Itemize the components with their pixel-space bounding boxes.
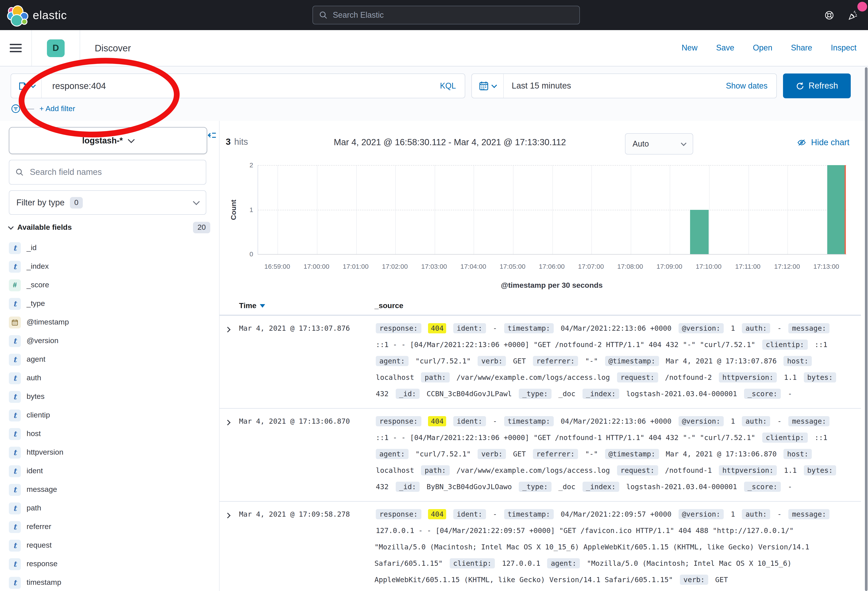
x-tick-label: 17:03:00	[421, 263, 447, 270]
hide-chart-button[interactable]: Hide chart	[797, 138, 849, 148]
row-time[interactable]: Mar 4, 2021 @ 17:09:58.278	[239, 506, 375, 588]
app-badge[interactable]: D	[47, 39, 65, 57]
field-name: bytes	[27, 392, 44, 401]
show-dates-button[interactable]: Show dates	[726, 81, 776, 90]
x-tick-label: 17:05:00	[499, 263, 526, 270]
field-item-index[interactable]: t_index	[9, 257, 210, 276]
index-pattern-select[interactable]: logstash-*	[9, 127, 207, 154]
expand-row-icon[interactable]	[226, 506, 239, 588]
search-icon	[319, 10, 328, 19]
field-search[interactable]	[9, 160, 206, 185]
nav-action-open[interactable]: Open	[753, 43, 772, 53]
newsfeed-icon[interactable]	[847, 10, 858, 21]
field-item-path[interactable]: tpath	[9, 499, 210, 517]
field-key: response:	[376, 323, 421, 333]
field-item-timestamp[interactable]: ttimestamp	[9, 573, 210, 591]
x-axis-title: @timestamp per 30 seconds	[258, 281, 846, 290]
time-range-value[interactable]: Last 15 minutes	[512, 81, 726, 91]
field-key: _id:	[396, 482, 419, 492]
row-time[interactable]: Mar 4, 2021 @ 17:13:07.876	[239, 320, 375, 402]
text-type-icon: t	[9, 335, 21, 347]
elastic-logo[interactable]: elastic	[7, 5, 67, 25]
x-tick-label: 17:04:00	[461, 263, 486, 270]
field-item-host[interactable]: thost	[9, 424, 210, 443]
available-fields-header[interactable]: Available fields 20	[9, 222, 210, 233]
text-type-icon: t	[9, 409, 21, 421]
text-type-icon: t	[9, 484, 21, 496]
field-item-clientip[interactable]: tclientip	[9, 406, 210, 424]
column-header-time[interactable]: Time	[239, 301, 375, 310]
field-name: _index	[27, 262, 49, 271]
global-search-input[interactable]	[332, 10, 573, 20]
field-name: _type	[27, 299, 45, 308]
field-search-input[interactable]	[29, 167, 199, 177]
field-key: ident:	[453, 509, 486, 519]
row-source[interactable]: response: 404 ident: - timestamp: 04/Mar…	[375, 413, 861, 495]
interval-select[interactable]: Auto	[625, 133, 693, 155]
field-value: GET	[513, 357, 526, 365]
expand-row-icon[interactable]	[226, 320, 239, 402]
collapse-sidebar-icon[interactable]	[207, 131, 217, 140]
filter-by-type-select[interactable]: Filter by type 0	[9, 191, 206, 215]
histogram-chart[interactable]: Count @timestamp per 30 seconds 16:59:00…	[220, 163, 868, 293]
field-item-auth[interactable]: tauth	[9, 369, 210, 387]
field-item-timestamp[interactable]: @timestamp	[9, 313, 210, 332]
nav-action-inspect[interactable]: Inspect	[831, 43, 856, 53]
nav-action-new[interactable]: New	[682, 43, 698, 53]
field-item-type[interactable]: t_type	[9, 294, 210, 313]
field-item-request[interactable]: trequest	[9, 536, 210, 555]
nav-action-save[interactable]: Save	[716, 43, 734, 53]
global-header: elastic	[0, 0, 868, 30]
filter-icon[interactable]	[10, 103, 21, 114]
nav-action-share[interactable]: Share	[791, 43, 812, 53]
add-filter-button[interactable]: + Add filter	[39, 104, 75, 113]
field-key: response:	[376, 416, 421, 426]
menu-icon[interactable]	[10, 41, 22, 55]
row-time[interactable]: Mar 4, 2021 @ 17:13:06.870	[239, 413, 375, 495]
field-key: @timestamp:	[605, 356, 659, 366]
help-icon[interactable]	[824, 10, 834, 20]
field-item-referrer[interactable]: treferrer	[9, 517, 210, 536]
date-picker-menu-button[interactable]	[472, 74, 504, 98]
field-item-message[interactable]: tmessage	[9, 480, 210, 499]
histogram-bar[interactable]	[827, 165, 846, 254]
query-input[interactable]	[51, 80, 431, 92]
field-item-id[interactable]: t_id	[9, 239, 210, 257]
brand-text: elastic	[33, 8, 67, 22]
field-name: referrer	[27, 522, 51, 531]
field-key: _id:	[396, 389, 419, 399]
chevron-down-icon	[681, 140, 686, 146]
text-type-icon: t	[9, 242, 21, 254]
field-value: localhost	[376, 466, 414, 474]
field-item-response[interactable]: tresponse	[9, 555, 210, 573]
row-source[interactable]: response: 404 ident: - timestamp: 04/Mar…	[375, 320, 861, 402]
field-item-httpversion[interactable]: thttpversion	[9, 443, 210, 462]
field-key: @version:	[678, 416, 724, 426]
field-key: timestamp:	[504, 416, 554, 426]
column-header-source[interactable]: _source	[375, 301, 861, 310]
query-language-button[interactable]: KQL	[431, 81, 465, 90]
chevron-down-icon	[8, 224, 13, 229]
field-value: /var/www/example.com/logs/access.log	[456, 466, 610, 474]
field-item-ident[interactable]: tident	[9, 462, 210, 480]
scrollbar-thumb[interactable]	[865, 67, 868, 591]
field-item-agent[interactable]: tagent	[9, 350, 210, 369]
expand-row-icon[interactable]	[226, 413, 239, 495]
field-value: "curl/7.52.1"	[415, 357, 471, 365]
saved-query-menu-button[interactable]	[11, 74, 41, 98]
row-source[interactable]: response: 404 ident: - timestamp: 04/Mar…	[375, 506, 861, 588]
text-type-icon: t	[9, 428, 21, 440]
field-value: /var/www/example.com/logs/access.log	[456, 373, 610, 381]
global-search[interactable]	[313, 6, 580, 24]
refresh-button[interactable]: Refresh	[783, 74, 851, 98]
histogram-bar[interactable]	[690, 210, 709, 254]
field-item-version[interactable]: t@version	[9, 332, 210, 350]
field-item-bytes[interactable]: tbytes	[9, 387, 210, 406]
field-value: ::1 - - [04/Mar/2021:22:13:06 +0000] "GE…	[376, 340, 755, 349]
hits-count: 3hits	[226, 137, 248, 147]
chevron-down-icon	[491, 82, 497, 88]
field-value: 1	[731, 324, 735, 332]
field-item-score[interactable]: #_score	[9, 276, 210, 294]
field-value: "curl/7.52.1"	[415, 450, 471, 458]
field-name: @version	[27, 337, 58, 345]
